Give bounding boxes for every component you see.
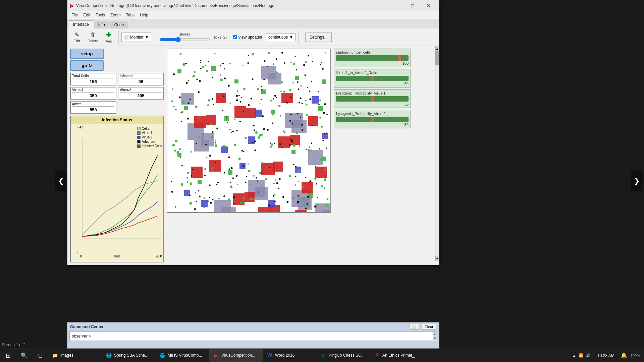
close-button[interactable]: ✕ [421, 0, 436, 11]
taskbar-app-viruscomp[interactable]: ▶ VirusCompetition... [209, 349, 263, 362]
svg-point-339 [271, 143, 273, 146]
menu-help[interactable]: Help [137, 12, 151, 18]
svg-point-371 [211, 167, 213, 169]
window-controls: – □ ✕ [389, 0, 436, 11]
svg-point-156 [196, 143, 197, 144]
svg-rect-33 [245, 192, 255, 202]
minimize-button[interactable]: – [389, 0, 404, 11]
tab-interface[interactable]: Interface [69, 20, 93, 28]
command-center-maximize[interactable]: ⬜ [410, 324, 419, 329]
svg-point-135 [257, 180, 258, 181]
svg-point-190 [322, 68, 324, 70]
speed-control: slower [160, 32, 210, 42]
svg-point-369 [249, 184, 251, 185]
command-input-area: observer > ▲ ▼ [69, 331, 437, 341]
svg-point-304 [230, 185, 232, 187]
svg-point-197 [236, 95, 238, 97]
monitors-grid: Total Cells 156 Infected 96 Virus-1 359 … [70, 73, 164, 114]
svg-rect-17 [268, 73, 281, 84]
taskbar-time[interactable]: 10:23 AM [595, 353, 617, 358]
menu-tabs[interactable]: Tabs [123, 12, 137, 18]
taskbar-app-ethics[interactable]: P An Ethics Primer_ [370, 349, 424, 362]
menu-tools[interactable]: Tools [93, 12, 108, 18]
svg-point-338 [272, 114, 274, 116]
svg-point-390 [326, 205, 328, 207]
go-button[interactable]: go ↻ [70, 60, 104, 71]
window-titlebar: ▶ VirusCompetition - NetLogo {C:\Users\l… [67, 0, 439, 11]
go-refresh-icon: ↻ [88, 63, 92, 68]
svg-point-212 [209, 184, 211, 186]
edit-icon: ✎ [74, 31, 79, 39]
setup-button[interactable]: setup [70, 49, 104, 59]
settings-button[interactable]: Settings... [305, 33, 332, 42]
svg-point-287 [222, 110, 223, 111]
tab-info[interactable]: Info [94, 21, 109, 28]
svg-rect-70 [198, 180, 202, 184]
svg-point-315 [242, 65, 243, 66]
svg-point-352 [324, 169, 326, 171]
svg-point-206 [324, 103, 326, 105]
svg-point-116 [319, 148, 320, 149]
scroll-down-arrow[interactable]: ▼ [435, 256, 439, 261]
svg-point-391 [245, 137, 247, 139]
clear-button[interactable]: Clear [422, 324, 436, 329]
svg-point-357 [234, 144, 236, 146]
svg-point-326 [253, 175, 255, 177]
command-input[interactable] [93, 333, 433, 339]
task-view-button[interactable]: ❑ [32, 349, 48, 362]
speed-slider[interactable] [160, 37, 210, 42]
menu-zoom[interactable]: Zoom [108, 12, 123, 18]
svg-point-350 [238, 158, 241, 160]
simulation-canvas [167, 49, 331, 213]
notification-button[interactable]: 🔔 [619, 352, 629, 359]
menu-edit[interactable]: Edit [80, 12, 93, 18]
maximize-button[interactable]: □ [405, 0, 420, 11]
menu-file[interactable]: File [69, 12, 80, 18]
svg-point-112 [274, 201, 276, 202]
svg-point-245 [208, 61, 209, 62]
svg-point-167 [320, 64, 321, 65]
edit-button[interactable]: ✎ Edit [70, 31, 84, 44]
taskbar-app-kingco[interactable]: X KingCo Chess SC... [317, 349, 370, 362]
word-label: Word 2016 [275, 353, 294, 358]
cmd-scroll-up[interactable]: ▲ [433, 332, 437, 336]
svg-point-113 [273, 63, 274, 64]
svg-point-393 [278, 105, 281, 107]
svg-rect-71 [308, 193, 313, 198]
svg-point-402 [275, 179, 276, 181]
taskbar-app-images[interactable]: 📁 images [48, 349, 102, 362]
main-window: ▶ VirusCompetition - NetLogo {C:\Users\l… [67, 0, 439, 265]
svg-point-137 [232, 177, 234, 179]
slower-label: slower [179, 32, 190, 36]
legend-virus2-label: Virus-2 [142, 135, 152, 139]
start-button[interactable]: ⊞ [0, 349, 16, 362]
tab-code[interactable]: Code [110, 21, 128, 28]
add-button[interactable]: ✚ Add [102, 30, 116, 44]
taskbar-app-spring-sba[interactable]: 🌐 Spring SBA Sche... [102, 349, 156, 362]
slider-lysogenic-v1-thumb [371, 96, 374, 102]
systray-arrow[interactable]: ▲ [572, 354, 576, 358]
continuous-dropdown[interactable]: continuous ▼ [266, 33, 296, 41]
scroll-up-arrow[interactable]: ▲ [435, 46, 439, 51]
svg-point-163 [323, 112, 325, 114]
delete-button[interactable]: 🗑 Delete [85, 31, 101, 44]
scroll-thumb[interactable] [435, 51, 439, 65]
svg-point-110 [224, 172, 225, 174]
right-nav-arrow[interactable]: ❯ [631, 171, 643, 191]
svg-point-203 [180, 157, 181, 158]
view-updates-checkbox[interactable] [233, 35, 237, 39]
svg-point-329 [223, 145, 225, 147]
left-nav-arrow[interactable]: ❮ [55, 171, 67, 191]
svg-point-271 [220, 74, 221, 75]
taskbar-app-word[interactable]: W Word 2016 [263, 349, 317, 362]
continuous-label: continuous [268, 35, 288, 40]
svg-point-323 [240, 202, 241, 203]
cmd-scroll-down[interactable]: ▼ [433, 336, 437, 340]
svg-point-361 [298, 181, 299, 182]
taskbar-search-button[interactable]: 🔍 [16, 349, 32, 362]
taskbar-app-mihs[interactable]: 🌐 MIHS VirusComp... [156, 349, 209, 362]
total-cells-value: 156 [72, 79, 114, 84]
svg-rect-30 [261, 163, 275, 175]
svg-point-169 [237, 90, 238, 92]
monitor-dropdown[interactable]: ⬜ Monitor ▼ [121, 33, 151, 42]
